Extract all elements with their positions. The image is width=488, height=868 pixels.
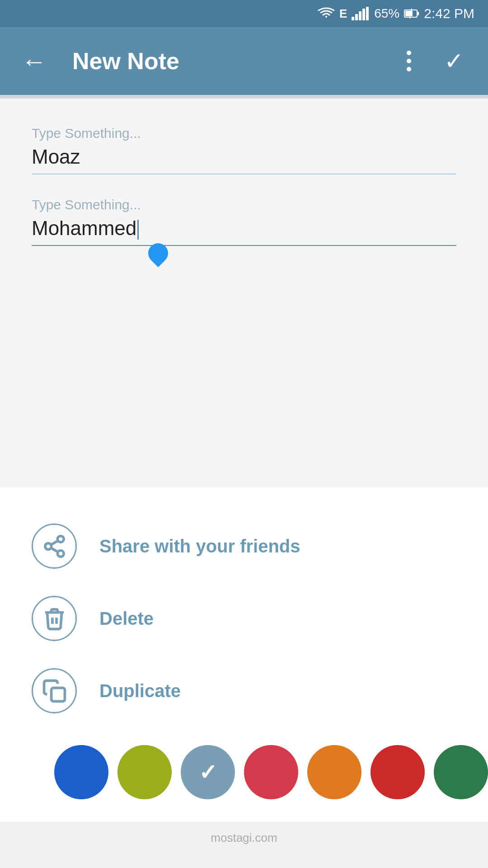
svg-line-12 [51,547,58,552]
delete-option[interactable]: Delete [32,582,456,655]
color-dot-crimson[interactable] [244,745,298,799]
confirm-button[interactable]: ✓ [438,45,470,77]
svg-rect-3 [362,9,365,20]
title-field-group: Type Something... Moaz [32,126,456,175]
color-dot-red[interactable] [371,745,425,799]
delete-icon-circle [32,596,77,641]
color-palette [32,727,456,822]
color-dot-green[interactable] [434,745,488,799]
title-field-text: Moaz [32,146,80,168]
signal-icon [352,7,370,20]
svg-rect-1 [355,14,358,20]
color-dot-orange[interactable] [307,745,361,799]
watermark: mostagi.com [0,822,488,854]
wifi-icon [318,7,335,20]
color-dot-steel-blue[interactable] [181,745,235,799]
svg-rect-14 [51,688,65,701]
share-label: Share with your friends [99,536,300,557]
svg-rect-4 [366,7,369,20]
duplicate-icon-circle [32,668,77,713]
body-field-value[interactable]: Mohammed [32,217,456,246]
color-dot-lime[interactable] [117,745,172,799]
battery-percent: 65% [374,6,399,21]
duplicate-option[interactable]: Duplicate [32,655,456,727]
duplicate-icon [42,679,67,703]
more-options-icon [407,51,411,71]
page-title: New Note [72,47,380,75]
cursor-handle [148,241,168,263]
svg-rect-2 [359,11,361,20]
body-field-group: Type Something... Mohammed [32,197,456,246]
svg-point-10 [45,543,51,549]
svg-rect-7 [417,12,419,15]
more-options-button[interactable] [393,45,425,77]
time-display: 2:42 PM [424,6,474,21]
svg-point-9 [57,536,64,542]
title-field-value[interactable]: Moaz [32,146,456,175]
svg-point-11 [57,550,64,557]
status-bar: E 65% 2:42 PM [0,0,488,27]
appbar-divider [0,95,488,99]
delete-label: Delete [99,609,154,629]
content-area: Type Something... Moaz Type Something...… [0,99,488,487]
svg-rect-0 [352,17,354,20]
battery-icon [404,9,419,19]
back-button[interactable]: ← [18,45,50,77]
body-field-text: Mohammed [32,217,136,239]
network-type: E [339,7,347,21]
app-bar: ← New Note ✓ [0,27,488,95]
body-field-container: Mohammed [32,217,456,246]
text-cursor [137,220,139,240]
title-field-placeholder: Type Something... [32,126,456,141]
share-icon-circle [32,524,77,569]
duplicate-label: Duplicate [99,681,181,701]
check-icon: ✓ [444,49,464,73]
share-option[interactable]: Share with your friends [32,510,456,582]
svg-line-13 [51,540,58,544]
share-icon [42,534,67,559]
body-field-placeholder: Type Something... [32,197,456,212]
color-dot-blue[interactable] [54,745,108,799]
options-panel: Share with your friends Delete Duplicate [0,487,488,822]
trash-icon [42,606,67,631]
